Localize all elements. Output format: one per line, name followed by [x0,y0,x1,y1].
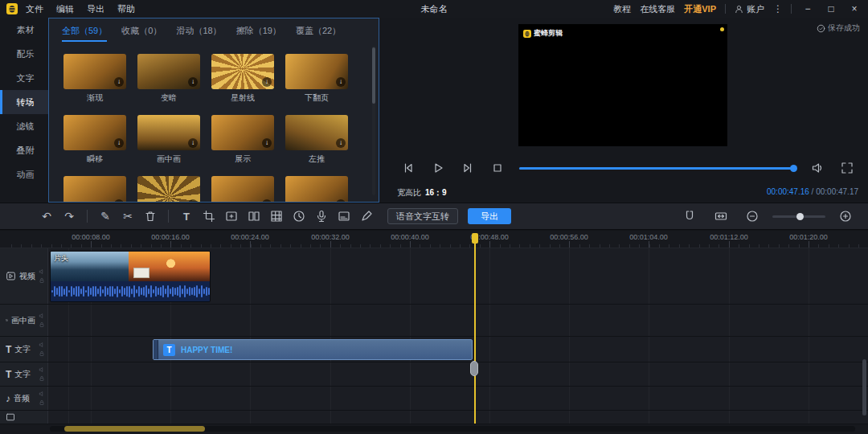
magnet-snap-icon[interactable] [683,210,696,223]
stop-button[interactable] [491,162,504,174]
transition-thumbnail[interactable]: ↓ [137,54,200,89]
tab-favorites[interactable]: 收藏（0） [121,20,162,42]
transition-thumbnail[interactable]: ↓ [285,115,348,150]
transition-item[interactable]: ↓下翻页 [285,54,348,104]
menu-help[interactable]: 帮助 [117,3,135,15]
sidebar-item-transition[interactable]: 转场 [0,90,48,114]
transition-thumbnail[interactable]: ↓ [211,115,274,150]
previous-frame-button[interactable] [402,162,415,174]
track-header-audio[interactable]: ♪ 音频 [0,387,48,410]
close-button[interactable]: × [847,3,862,14]
seek-knob[interactable] [790,165,797,172]
transition-item[interactable]: ↓左推 [285,115,348,165]
timeline-ruler[interactable]: 00:00:08.00 00:00:16.00 00:00:24.00 00:0… [0,231,868,248]
lock-icon[interactable] [39,350,45,357]
zoom-in-icon[interactable] [839,210,852,223]
mute-icon[interactable] [39,391,45,397]
zoom-slider[interactable] [772,215,825,218]
more-menu-icon[interactable]: ⋮ [773,3,782,14]
sidebar-item-text[interactable]: 文字 [0,66,48,90]
sidebar-item-music[interactable]: 配乐 [0,42,48,66]
transition-item[interactable]: ↓展示 [211,115,274,165]
transition-thumbnail[interactable]: ↓ [211,176,274,203]
duration-clock-button[interactable] [293,210,305,223]
text-tool-button[interactable]: T [180,210,193,223]
draw-pen-button[interactable] [360,210,373,223]
export-button[interactable]: 导出 [468,208,511,224]
menu-export[interactable]: 导出 [87,3,104,15]
undo-button[interactable]: ↶ [40,210,53,223]
text-clip[interactable]: T HAPPY TIME! [153,339,473,360]
playhead[interactable] [474,235,476,424]
transition-item[interactable]: ↓ [285,176,348,203]
subtitle-button[interactable] [338,210,350,223]
transition-item[interactable]: ↓ [63,176,126,203]
transition-thumbnail[interactable]: ↓ [137,115,200,150]
transition-thumbnail[interactable]: ↓ [285,176,348,203]
transition-item[interactable]: ↓星射线 [211,54,274,104]
split-scissors-button[interactable]: ✂ [121,210,134,223]
online-support-link[interactable]: 在线客服 [640,3,675,15]
record-mic-button[interactable] [315,210,328,223]
sidebar-item-filter[interactable]: 滤镜 [0,114,48,138]
download-icon[interactable]: ↓ [188,77,198,87]
transition-thumbnail[interactable]: ↓ [63,54,126,89]
menu-edit[interactable]: 编辑 [56,3,74,15]
sidebar-item-overlay[interactable]: 叠附 [0,138,48,162]
playhead-grip[interactable] [470,361,478,376]
horizontal-scrollbar-thumb[interactable] [64,426,205,432]
download-icon[interactable]: ↓ [262,77,272,87]
download-icon[interactable]: ↓ [336,77,346,87]
lock-icon[interactable] [39,375,45,382]
fit-timeline-icon[interactable] [714,210,727,223]
download-icon[interactable]: ↓ [188,138,198,148]
crop-button[interactable] [203,210,215,223]
zoom-knob[interactable] [796,213,804,220]
lock-icon[interactable] [39,277,45,284]
play-button[interactable] [432,162,444,174]
download-icon[interactable]: ↓ [114,138,124,148]
video-viewport[interactable]: 蜜蜂剪辑 [518,24,727,146]
transition-item[interactable]: ↓瞬移 [63,115,126,165]
account-button[interactable]: 账户 [735,3,764,15]
sidebar-item-material[interactable]: 素材 [0,18,48,42]
download-icon[interactable]: ↓ [114,77,124,87]
vip-upgrade-link[interactable]: 开通VIP [684,3,716,15]
vertical-scrollbar-thumb[interactable] [862,359,866,416]
transition-item[interactable]: ↓渐现 [63,54,126,104]
mute-icon[interactable] [39,342,45,348]
mute-icon[interactable] [39,366,45,373]
mute-icon[interactable] [39,268,45,275]
horizontal-scrollbar[interactable] [50,426,855,432]
menu-file[interactable]: 文件 [26,3,43,15]
tab-cover[interactable]: 覆盖（22） [296,20,341,42]
track-header-text-1[interactable]: T 文字 [0,337,48,362]
download-icon[interactable]: ↓ [262,138,272,148]
transition-thumbnail[interactable]: ↓ [63,115,126,150]
download-icon[interactable]: ↓ [336,138,346,148]
track-header-extra[interactable] [0,411,48,424]
transition-item[interactable]: ↓画中画 [137,115,200,165]
transition-item[interactable]: ↓ [211,176,274,203]
mute-icon[interactable] [39,313,45,319]
maximize-button[interactable]: □ [824,3,838,14]
tab-wipe[interactable]: 擦除（19） [236,20,281,42]
transition-thumbnail[interactable]: ↓ [285,54,348,89]
track-header-text-2[interactable]: T 文字 [0,362,48,386]
transition-item[interactable]: ↓ [137,176,200,203]
lock-icon[interactable] [39,399,45,406]
video-clip[interactable]: 片头 [50,251,211,302]
zoom-out-icon[interactable] [746,210,759,223]
track-header-pip[interactable]: 画中画 [0,305,48,336]
next-frame-button[interactable] [461,162,474,174]
edit-pencil-button[interactable]: ✎ [99,210,112,223]
delete-trash-button[interactable] [144,210,157,223]
sidebar-item-animation[interactable]: 动画 [0,162,48,186]
transition-thumbnail[interactable]: ↓ [211,54,274,89]
volume-icon[interactable] [811,162,824,174]
freeze-frame-button[interactable] [225,210,238,223]
speech-text-convert-button[interactable]: 语音文字互转 [387,208,458,224]
tutorial-link[interactable]: 教程 [613,3,631,15]
transition-item[interactable]: ↓变暗 [137,54,200,104]
transition-thumbnail[interactable]: ↓ [137,176,200,203]
